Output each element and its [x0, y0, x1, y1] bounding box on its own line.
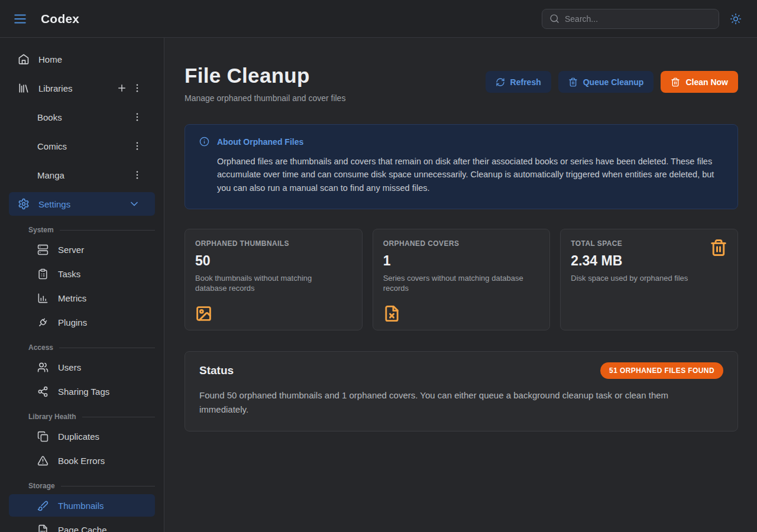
warning-triangle-icon: [37, 455, 48, 466]
page-title: File Cleanup: [185, 64, 345, 87]
page-subtitle: Manage orphaned thumbnail and cover file…: [185, 93, 345, 103]
status-card-header: Status 51 ORPHANED FILES FOUND: [199, 362, 723, 379]
page-actions: Refresh Queue Cleanup Clean Now: [486, 71, 738, 93]
kebab-menu-icon: [132, 170, 143, 180]
stat-label: ORPHANED COVERS: [383, 239, 540, 248]
sidebar-item-books[interactable]: Books: [9, 105, 155, 129]
clean-now-button-label: Clean Now: [685, 77, 728, 87]
search-icon: [549, 14, 559, 24]
plug-icon: [37, 317, 48, 328]
sidebar-item-sharing-tags[interactable]: Sharing Tags: [9, 380, 155, 403]
sidebar-item-label: Home: [38, 54, 149, 64]
stat-label: TOTAL SPACE: [571, 239, 727, 248]
search-box[interactable]: [542, 9, 719, 29]
home-icon: [18, 53, 30, 65]
sidebar-section-library-health: Library Health: [28, 413, 155, 421]
stat-value: 2.34 MB: [571, 253, 727, 269]
sidebar-item-comics[interactable]: Comics: [9, 134, 155, 158]
sidebar-item-tasks[interactable]: Tasks: [9, 262, 155, 285]
stat-value: 1: [383, 253, 540, 269]
sidebar-item-page-cache[interactable]: PDF Page Cache: [9, 518, 155, 532]
books-menu-button[interactable]: [134, 109, 149, 125]
comics-menu-button[interactable]: [134, 138, 149, 154]
menu-toggle-button[interactable]: [9, 8, 31, 30]
sidebar: Home Libraries Books Comics: [0, 38, 164, 532]
manga-menu-button[interactable]: [134, 167, 149, 183]
chevron-down-icon: [128, 198, 140, 210]
sidebar-item-label: Sharing Tags: [58, 387, 109, 397]
info-banner-header: About Orphaned Files: [199, 137, 723, 147]
refresh-button[interactable]: Refresh: [486, 71, 551, 93]
info-banner-body: Orphaned files are thumbnails and covers…: [217, 155, 723, 194]
page-header: File Cleanup Manage orphaned thumbnail a…: [185, 64, 738, 103]
sidebar-item-label: Plugins: [58, 317, 87, 327]
orphaned-files-badge: 51 ORPHANED FILES FOUND: [600, 362, 723, 379]
bar-chart-icon: [37, 293, 48, 304]
status-card: Status 51 ORPHANED FILES FOUND Found 50 …: [185, 351, 738, 432]
refresh-icon: [496, 77, 505, 87]
stat-card-orphaned-thumbnails: ORPHANED THUMBNAILS 50 Book thumbnails w…: [185, 229, 363, 330]
sidebar-item-label: Comics: [37, 141, 134, 151]
stat-label: ORPHANED THUMBNAILS: [195, 239, 352, 248]
kebab-menu-icon: [132, 112, 143, 122]
status-title: Status: [199, 364, 234, 377]
section-label-text: System: [28, 226, 54, 234]
sidebar-item-label: Manga: [37, 170, 134, 180]
kebab-menu-icon: [132, 141, 143, 151]
sidebar-item-label: Page Cache: [58, 525, 107, 532]
app-title: Codex: [41, 12, 79, 26]
sidebar-item-label: Libraries: [38, 83, 118, 93]
sidebar-item-manga[interactable]: Manga: [9, 163, 155, 187]
info-banner: About Orphaned Files Orphaned files are …: [185, 124, 738, 209]
info-circle-icon: [199, 137, 209, 147]
sidebar-item-users[interactable]: Users: [9, 356, 155, 378]
copy-icon: [37, 431, 48, 442]
paintbrush-icon: [37, 500, 48, 511]
stat-description: Series covers without matching database …: [383, 274, 528, 294]
sidebar-item-metrics[interactable]: Metrics: [9, 287, 155, 309]
sidebar-item-label: Users: [58, 362, 81, 372]
status-body: Found 50 orphaned thumbnails and 1 orpha…: [199, 388, 720, 417]
sidebar-item-thumbnails[interactable]: Thumbnails: [9, 494, 155, 517]
sidebar-item-label: Tasks: [58, 269, 80, 279]
section-label-text: Storage: [28, 482, 55, 490]
sidebar-item-book-errors[interactable]: Book Errors: [9, 449, 155, 472]
section-label-text: Library Health: [28, 413, 76, 421]
server-icon: [37, 244, 48, 255]
sidebar-item-duplicates[interactable]: Duplicates: [9, 425, 155, 447]
queue-cleanup-button[interactable]: Queue Cleanup: [558, 71, 654, 93]
sun-icon: [730, 13, 742, 25]
main-content: File Cleanup Manage orphaned thumbnail a…: [165, 38, 757, 532]
users-icon: [37, 362, 48, 373]
sidebar-section-storage: Storage: [28, 482, 155, 490]
section-label-text: Access: [28, 343, 53, 352]
queue-cleanup-button-label: Queue Cleanup: [583, 77, 644, 87]
sidebar-item-libraries[interactable]: Libraries: [9, 76, 155, 100]
library-icon: [18, 82, 30, 94]
kebab-menu-icon: [132, 83, 143, 93]
sidebar-item-label: Settings: [38, 199, 128, 209]
libraries-menu-button[interactable]: [134, 80, 149, 96]
sidebar-item-label: Duplicates: [58, 432, 99, 442]
stat-card-total-space: TOTAL SPACE 2.34 MB Disk space used by o…: [560, 229, 738, 330]
trash-icon: [671, 77, 680, 87]
sidebar-section-system: System: [28, 226, 155, 234]
stat-description: Book thumbnails without matching databas…: [195, 274, 340, 294]
page-title-block: File Cleanup Manage orphaned thumbnail a…: [185, 64, 345, 103]
sidebar-item-settings[interactable]: Settings: [9, 192, 155, 216]
trash-icon: [568, 77, 578, 87]
sidebar-section-access: Access: [28, 343, 155, 352]
theme-toggle-button[interactable]: [725, 8, 746, 30]
share-icon: [37, 386, 48, 397]
info-banner-title: About Orphaned Files: [217, 137, 303, 147]
clean-now-button[interactable]: Clean Now: [661, 71, 738, 93]
stats-row: ORPHANED THUMBNAILS 50 Book thumbnails w…: [185, 229, 738, 330]
search-input[interactable]: [565, 14, 711, 24]
sidebar-item-server[interactable]: Server: [9, 238, 155, 261]
gear-icon: [18, 198, 30, 210]
app-header: Codex: [0, 0, 757, 38]
trash-icon: [710, 239, 727, 257]
sidebar-item-plugins[interactable]: Plugins: [9, 311, 155, 333]
sidebar-item-home[interactable]: Home: [9, 47, 155, 71]
sidebar-item-label: Server: [58, 245, 84, 255]
